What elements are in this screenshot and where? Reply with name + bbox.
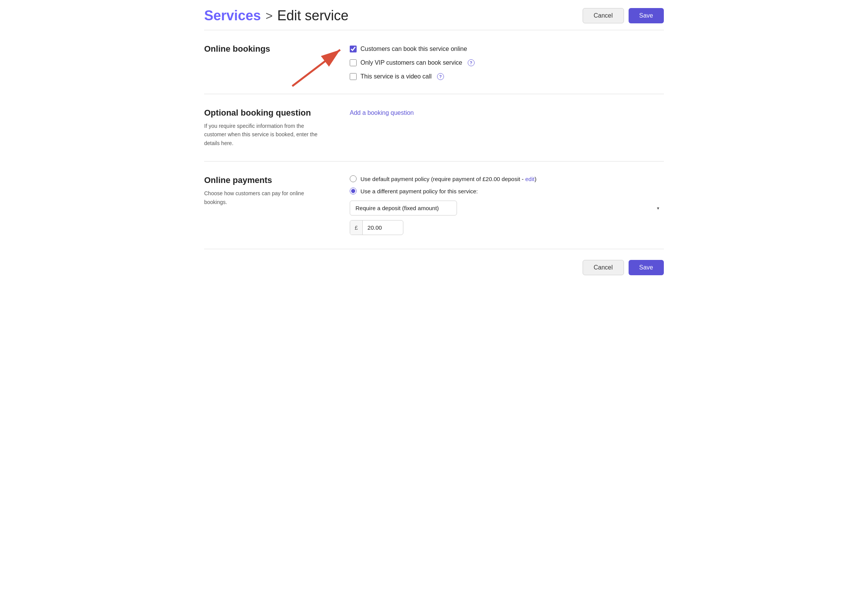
online-payments-desc: Choose how customers can pay for online … [204, 189, 327, 206]
add-booking-question-link[interactable]: Add a booking question [350, 108, 414, 116]
page-header: Services > Edit service Cancel Save [204, 0, 664, 30]
optional-booking-content: Add a booking question [350, 108, 664, 147]
footer-cancel-button[interactable]: Cancel [583, 260, 624, 275]
breadcrumb-separator: > [265, 9, 273, 23]
checkbox-video-call-label: This service is a video call [360, 73, 432, 80]
radio-default-policy-label: Use default payment policy (require paym… [360, 176, 536, 182]
checkbox-group: Customers can book this service online O… [350, 44, 664, 80]
deposit-type-select-wrapper: Require a deposit (fixed amount) Require… [350, 201, 664, 216]
currency-prefix: £ [350, 220, 363, 235]
optional-booking-label: Optional booking question If you require… [204, 108, 327, 147]
video-call-help-icon[interactable]: ? [437, 73, 444, 80]
online-bookings-title: Online bookings [204, 44, 327, 54]
footer-actions: Cancel Save [204, 249, 664, 286]
breadcrumb-current: Edit service [277, 8, 349, 24]
online-payments-label: Online payments Choose how customers can… [204, 175, 327, 235]
radio-default-policy[interactable]: Use default payment policy (require paym… [350, 175, 664, 182]
radio-different-policy-label: Use a different payment policy for this … [360, 188, 478, 194]
amount-input-group: £ [350, 220, 403, 235]
breadcrumb: Services > Edit service [204, 8, 349, 24]
checkbox-vip-input[interactable] [350, 59, 357, 66]
deposit-amount-input[interactable] [363, 220, 397, 235]
payment-radio-group: Use default payment policy (require paym… [350, 175, 664, 194]
checkbox-online-booking-label: Customers can book this service online [360, 46, 467, 52]
checkbox-video-call[interactable]: This service is a video call ? [350, 73, 664, 80]
checkbox-video-call-input[interactable] [350, 73, 357, 80]
header-cancel-button[interactable]: Cancel [583, 8, 624, 23]
online-payments-section: Online payments Choose how customers can… [204, 162, 664, 249]
checkbox-vip[interactable]: Only VIP customers can book service ? [350, 59, 664, 66]
checkbox-online-booking[interactable]: Customers can book this service online [350, 46, 664, 52]
radio-different-policy[interactable]: Use a different payment policy for this … [350, 188, 664, 194]
online-payments-title: Online payments [204, 175, 327, 185]
header-save-button[interactable]: Save [629, 8, 664, 23]
radio-default-policy-input[interactable] [350, 175, 357, 182]
vip-help-icon[interactable]: ? [468, 59, 475, 66]
footer-save-button[interactable]: Save [629, 260, 664, 275]
online-bookings-label: Online bookings [204, 44, 327, 80]
radio-different-policy-input[interactable] [350, 188, 357, 194]
online-bookings-section: Online bookings Customers can book this … [204, 30, 664, 94]
payment-policy-dropdown: Require a deposit (fixed amount) Require… [350, 201, 664, 235]
online-payments-content: Use default payment policy (require paym… [350, 175, 664, 235]
optional-booking-desc: If you require specific information from… [204, 122, 327, 147]
deposit-type-select[interactable]: Require a deposit (fixed amount) Require… [350, 201, 457, 216]
checkbox-online-booking-input[interactable] [350, 46, 357, 52]
optional-booking-title: Optional booking question [204, 108, 327, 118]
header-actions: Cancel Save [583, 8, 664, 23]
online-bookings-content: Customers can book this service online O… [350, 44, 664, 80]
checkbox-vip-label: Only VIP customers can book service [360, 59, 462, 66]
edit-policy-link[interactable]: edit [525, 176, 534, 182]
select-chevron-down-icon: ▾ [657, 206, 659, 211]
optional-booking-section: Optional booking question If you require… [204, 94, 664, 162]
breadcrumb-services[interactable]: Services [204, 8, 261, 24]
